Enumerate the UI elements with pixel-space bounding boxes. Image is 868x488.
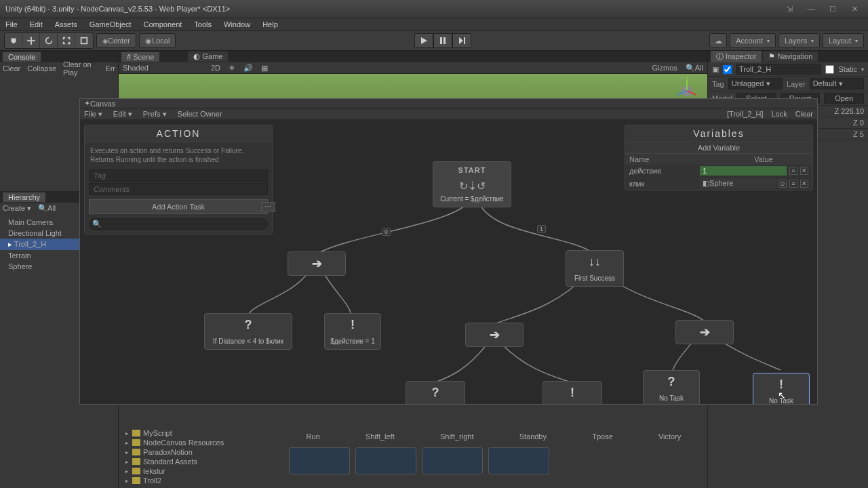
node-action-notask[interactable]: ! No Task ↖ <box>753 373 810 404</box>
console-clear-on-play[interactable]: Clear on Play <box>63 60 98 77</box>
gizmos-dropdown[interactable]: Gizmos <box>652 64 677 72</box>
pivot-local[interactable]: ◉ Local <box>139 33 176 48</box>
menu-help[interactable]: Help <box>262 20 278 28</box>
console-collapse[interactable]: Collapse <box>27 64 56 73</box>
canvas-clear[interactable]: Clear <box>795 110 813 118</box>
menu-edit[interactable]: Edit <box>30 20 43 28</box>
menu-gameobject[interactable]: GameObject <box>90 20 132 28</box>
proj-item[interactable]: Troll2 <box>119 476 281 485</box>
fx-toggle[interactable]: ▦ <box>261 64 268 73</box>
node-condition-leftclick[interactable]: ? If Left Click <box>406 381 465 404</box>
tag-dropdown[interactable]: Untagged ▾ <box>728 78 783 89</box>
scale-tool[interactable] <box>58 33 75 48</box>
tab-navigation[interactable]: ⚑ Navigation <box>763 52 818 62</box>
menu-window[interactable]: Window <box>224 20 250 28</box>
create-dropdown[interactable]: Create ▾ <box>3 204 31 213</box>
node-first-success[interactable]: ↓↓ First Success <box>566 250 624 287</box>
rotate-tool[interactable] <box>40 33 58 48</box>
node-sequencer-1[interactable]: ➔ <box>288 251 346 276</box>
add-variable-button[interactable]: Add Variable <box>625 142 812 154</box>
var-value[interactable]: 1 <box>700 166 787 176</box>
var-name[interactable]: действие <box>629 167 697 175</box>
restore-down-icon[interactable]: ⇲ <box>781 3 797 15</box>
step-button[interactable] <box>452 33 471 48</box>
dots-icon[interactable]: ⋯ <box>261 202 275 212</box>
node-condition-distance[interactable]: ? If Distance < 4 to $клик <box>204 313 292 350</box>
account-dropdown[interactable]: Account▾ <box>730 33 776 48</box>
canvas-lock[interactable]: Lock <box>771 110 787 118</box>
proj-item[interactable]: NodeCanvas Resources <box>119 438 281 447</box>
chevron-down-icon[interactable]: ▾ <box>861 66 864 73</box>
canvas-edit[interactable]: Edit ▾ <box>113 110 132 119</box>
var-delete-icon[interactable]: ✕ <box>800 180 808 188</box>
active-checkbox[interactable] <box>723 65 732 74</box>
var-value[interactable]: ◧Sphere <box>700 178 776 188</box>
node-sequencer-3[interactable]: ➔ <box>675 320 734 344</box>
console-clear[interactable]: Clear <box>3 64 20 73</box>
maximize-btn[interactable]: ☐ <box>825 3 841 15</box>
console-err[interactable]: Err <box>105 64 115 73</box>
anim-clip[interactable] <box>422 447 483 474</box>
proj-item[interactable]: ParadoxNotion <box>119 447 281 457</box>
object-name[interactable]: Troll_2_H <box>736 64 821 75</box>
light-toggle[interactable]: ☀ <box>229 64 235 73</box>
node-start[interactable]: START ↻⇣↺ Current = $действие <box>433 161 511 207</box>
shaded-dropdown[interactable]: Shaded <box>123 64 149 72</box>
proj-item[interactable]: Standard Assets <box>119 457 281 466</box>
var-menu-icon[interactable]: ≡ <box>789 180 797 188</box>
2d-toggle[interactable]: 2D <box>211 64 220 72</box>
hierarchy-search[interactable]: 🔍All <box>38 204 56 213</box>
menu-component[interactable]: Component <box>143 20 182 28</box>
canvas-owner[interactable]: [Troll_2_H] <box>727 110 763 118</box>
anim-tab-shiftright[interactable]: Shift_right <box>435 431 479 442</box>
canvas-prefs[interactable]: Prefs ▾ <box>143 110 167 119</box>
menu-assets[interactable]: Assets <box>55 20 77 28</box>
action-search[interactable]: 🔍 <box>89 218 268 230</box>
hand-tool[interactable] <box>5 33 22 48</box>
proj-item[interactable]: MyScript <box>119 428 281 438</box>
tab-console[interactable]: Console <box>3 52 41 62</box>
tab-hierarchy[interactable]: Hierarchy <box>3 192 45 202</box>
canvas-title-bar[interactable]: ✦ Canvas <box>80 99 817 108</box>
play-button[interactable] <box>414 33 433 48</box>
model-open[interactable]: Open <box>824 93 864 104</box>
anim-clip[interactable] <box>488 447 549 474</box>
var-delete-icon[interactable]: ✕ <box>800 167 808 175</box>
canvas-select-owner[interactable]: Select Owner <box>178 110 222 119</box>
menu-tools[interactable]: Tools <box>194 20 212 28</box>
tab-inspector[interactable]: ⓘ Inspector <box>711 51 762 62</box>
layer-dropdown[interactable]: Default ▾ <box>810 78 864 89</box>
cloud-icon[interactable]: ☁ <box>709 33 727 48</box>
pivot-center[interactable]: ◈ Center <box>96 33 136 48</box>
anim-tab-standby[interactable]: Standby <box>514 431 552 442</box>
audio-toggle[interactable]: 🔊 <box>243 64 253 73</box>
layers-dropdown[interactable]: Layers▾ <box>778 33 820 48</box>
minimize-btn[interactable]: — <box>803 3 819 15</box>
var-name[interactable]: клик <box>629 180 697 188</box>
tab-game[interactable]: ◐ Game <box>188 52 228 62</box>
pause-button[interactable] <box>433 33 452 48</box>
rect-tool[interactable] <box>75 33 93 48</box>
anim-clip[interactable] <box>355 447 416 474</box>
action-tag-input[interactable]: Tag <box>89 169 268 182</box>
node-sequencer-2[interactable]: ➔ <box>465 323 524 347</box>
graph-area[interactable]: 0 1 START ↻⇣↺ Current = $действие ➔ ↓↓ F… <box>80 119 817 404</box>
node-condition-notask[interactable]: ? No Task <box>643 370 700 404</box>
add-action-task-button[interactable]: Add Action Task⋯ <box>89 199 268 214</box>
proj-item[interactable]: tekstur <box>119 466 281 476</box>
action-comments-input[interactable]: Comments <box>89 183 268 195</box>
anim-clip[interactable] <box>289 447 350 474</box>
var-menu-icon[interactable]: ≡ <box>789 167 797 175</box>
close-btn[interactable]: ✕ <box>846 3 863 15</box>
anim-tab-tpose[interactable]: Tpose <box>587 431 618 442</box>
canvas-file[interactable]: File ▾ <box>84 110 102 119</box>
static-checkbox[interactable] <box>825 65 834 74</box>
layout-dropdown[interactable]: Layout▾ <box>823 33 864 48</box>
var-picker-icon[interactable]: ⊙ <box>778 180 787 188</box>
node-action-0[interactable]: ! $действие = 0 <box>542 381 602 404</box>
move-tool[interactable] <box>22 33 40 48</box>
tab-scene[interactable]: # Scene <box>121 52 159 62</box>
node-action-1[interactable]: ! $действие = 1 <box>324 313 381 350</box>
anim-tab-run[interactable]: Run <box>301 431 326 442</box>
menu-file[interactable]: File <box>5 20 18 28</box>
